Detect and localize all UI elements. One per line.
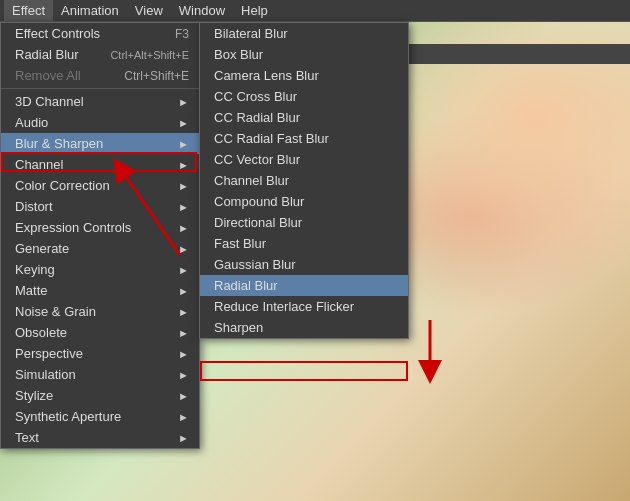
menu-window[interactable]: Window (171, 0, 233, 21)
menu-bar: Effect Animation View Window Help (0, 0, 630, 22)
submenu-bilateral-blur[interactable]: Bilateral Blur (200, 23, 408, 44)
submenu-compound-blur[interactable]: Compound Blur (200, 191, 408, 212)
menu-view[interactable]: View (127, 0, 171, 21)
submenu-box-blur[interactable]: Box Blur (200, 44, 408, 65)
submenu-gaussian-blur[interactable]: Gaussian Blur (200, 254, 408, 275)
menu-item-noise-grain[interactable]: Noise & Grain ► (1, 301, 199, 322)
menu-item-effect-controls[interactable]: Effect Controls F3 (1, 23, 199, 44)
menu-item-matte[interactable]: Matte ► (1, 280, 199, 301)
submenu-channel-blur[interactable]: Channel Blur (200, 170, 408, 191)
menu-item-obsolete[interactable]: Obsolete ► (1, 322, 199, 343)
menu-item-blur-sharpen[interactable]: Blur & Sharpen ► (1, 133, 199, 154)
menu-item-channel[interactable]: Channel ► (1, 154, 199, 175)
submenu-radial-blur[interactable]: Radial Blur (200, 275, 408, 296)
menu-item-3d-channel[interactable]: 3D Channel ► (1, 91, 199, 112)
effect-menu: Effect Controls F3 Radial Blur Ctrl+Alt+… (0, 22, 200, 449)
menu-item-keying[interactable]: Keying ► (1, 259, 199, 280)
menu-item-simulation[interactable]: Simulation ► (1, 364, 199, 385)
submenu-fast-blur[interactable]: Fast Blur (200, 233, 408, 254)
separator-1 (1, 88, 199, 89)
menu-item-text[interactable]: Text ► (1, 427, 199, 448)
menu-item-radial-blur-top[interactable]: Radial Blur Ctrl+Alt+Shift+E (1, 44, 199, 65)
submenu-sharpen[interactable]: Sharpen (200, 317, 408, 338)
menu-item-expression-controls[interactable]: Expression Controls ► (1, 217, 199, 238)
submenu-cc-radial-fast-blur[interactable]: CC Radial Fast Blur (200, 128, 408, 149)
submenu-directional-blur[interactable]: Directional Blur (200, 212, 408, 233)
submenu-cc-cross-blur[interactable]: CC Cross Blur (200, 86, 408, 107)
menu-item-generate[interactable]: Generate ► (1, 238, 199, 259)
menu-item-color-correction[interactable]: Color Correction ► (1, 175, 199, 196)
menu-item-remove-all: Remove All Ctrl+Shift+E (1, 65, 199, 86)
submenu-reduce-interlace-flicker[interactable]: Reduce Interlace Flicker (200, 296, 408, 317)
submenu-cc-vector-blur[interactable]: CC Vector Blur (200, 149, 408, 170)
menu-animation[interactable]: Animation (53, 0, 127, 21)
menu-effect[interactable]: Effect (4, 0, 53, 21)
menu-item-perspective[interactable]: Perspective ► (1, 343, 199, 364)
menu-help[interactable]: Help (233, 0, 276, 21)
menu-item-distort[interactable]: Distort ► (1, 196, 199, 217)
submenu-camera-lens-blur[interactable]: Camera Lens Blur (200, 65, 408, 86)
submenu-cc-radial-blur[interactable]: CC Radial Blur (200, 107, 408, 128)
blur-sharpen-submenu: Bilateral Blur Box Blur Camera Lens Blur… (199, 22, 409, 339)
menu-item-stylize[interactable]: Stylize ► (1, 385, 199, 406)
menu-item-audio[interactable]: Audio ► (1, 112, 199, 133)
menu-item-synthetic-aperture[interactable]: Synthetic Aperture ► (1, 406, 199, 427)
